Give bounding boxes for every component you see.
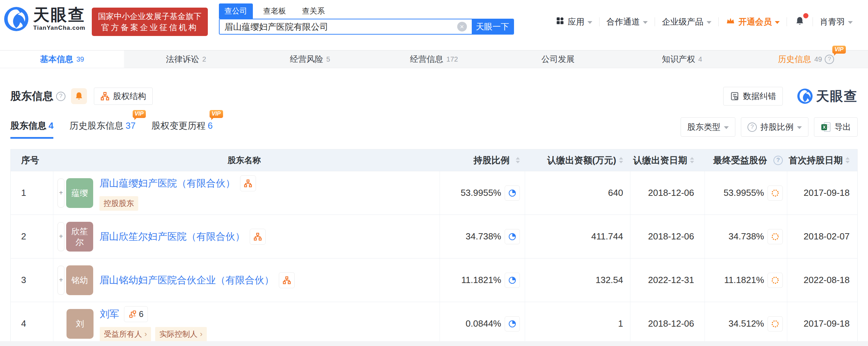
expand-button[interactable]: + bbox=[57, 266, 64, 295]
sort-icon[interactable] bbox=[690, 157, 694, 163]
subtab-equity-change-history[interactable]: 股权变更历程6VIP bbox=[151, 120, 212, 139]
search-tab-company[interactable]: 查公司 bbox=[219, 3, 253, 19]
header-capital-label: 认缴出资额(万元) bbox=[547, 154, 616, 166]
notification-bell-button[interactable] bbox=[787, 16, 813, 28]
subscribed-capital-cell: 640 bbox=[525, 171, 630, 215]
header-holding-ratio[interactable]: 持股比例 bbox=[440, 154, 525, 166]
shareholder-name-link[interactable]: 刘军 bbox=[100, 308, 119, 321]
grid-icon bbox=[556, 16, 565, 27]
shareholder-name-link[interactable]: 眉山蕴缨妇产医院（有限合伙） bbox=[99, 177, 235, 190]
org-chart-icon bbox=[283, 276, 291, 284]
subscribe-bell-button[interactable] bbox=[71, 88, 87, 104]
subtab-current-shareholders[interactable]: 股东信息4 bbox=[10, 120, 53, 139]
tab-business-info[interactable]: 经营信息 172 bbox=[372, 51, 496, 68]
menu-enterprise-label: 企业级产品 bbox=[662, 16, 703, 27]
clear-search-icon[interactable]: × bbox=[457, 22, 467, 31]
shareholder-subtabs: 股东信息4 历史股东信息37VIP 股权变更历程6VIP bbox=[10, 120, 213, 139]
help-icon[interactable]: ? bbox=[773, 156, 783, 165]
equity-structure-mini-button[interactable] bbox=[250, 229, 266, 245]
name-line: 刘军 6 bbox=[100, 306, 207, 322]
pie-chart-button[interactable] bbox=[505, 316, 520, 331]
tab-history-info[interactable]: 历史信息 49 ? VIP bbox=[744, 51, 868, 68]
menu-item-enterprise[interactable]: 企业级产品 bbox=[655, 16, 718, 27]
sort-icon[interactable] bbox=[516, 157, 520, 163]
menu-item-vip[interactable]: 开通会员 bbox=[719, 16, 787, 28]
tab-label: 历史信息 bbox=[778, 54, 811, 65]
benefit-share-cell: 11.1821% bbox=[705, 258, 787, 302]
menu-item-apps[interactable]: 应用 bbox=[549, 16, 599, 27]
tianyancha-logo-icon bbox=[4, 7, 28, 31]
equity-structure-mini-button[interactable] bbox=[279, 272, 295, 288]
actual-controller-tag[interactable]: 实际控制人 bbox=[155, 327, 206, 342]
shareholder-type-filter[interactable]: 股东类型 bbox=[681, 117, 735, 137]
subtab-history-shareholders[interactable]: 历史股东信息37VIP bbox=[69, 120, 135, 139]
shareholder-avatar: 欣笙尔 bbox=[66, 222, 93, 252]
export-button[interactable]: X 导出 bbox=[814, 117, 858, 137]
pie-chart-icon bbox=[508, 189, 517, 198]
beneficial-owner-tag[interactable]: 受益所有人 bbox=[100, 327, 151, 342]
tianyancha-logo[interactable]: 天眼查 TianYanCha.com bbox=[4, 6, 86, 31]
menu-item-user[interactable]: 肖青羽 bbox=[813, 16, 860, 27]
org-chart-icon bbox=[100, 92, 109, 101]
equity-structure-button[interactable]: 股权结构 bbox=[94, 88, 153, 105]
tab-legal-litigation[interactable]: 法律诉讼 2 bbox=[124, 51, 248, 68]
chevron-down-icon bbox=[643, 21, 648, 24]
benefit-path-button[interactable] bbox=[768, 316, 783, 331]
chevron-down-icon bbox=[797, 126, 802, 129]
equity-structure-mini-button[interactable] bbox=[240, 175, 256, 191]
document-info-icon bbox=[730, 91, 739, 101]
tianyancha-watermark: 天眼查 bbox=[797, 88, 858, 105]
name-block: 眉山欣笙尔妇产医院（有限合伙） bbox=[99, 229, 266, 245]
benefit-share-value: 34.738% bbox=[728, 231, 764, 242]
header-subscribed-capital[interactable]: 认缴出资额(万元) bbox=[525, 154, 630, 166]
chevron-down-icon bbox=[848, 21, 853, 24]
tab-operation-risk[interactable]: 经营风险 5 bbox=[248, 51, 372, 68]
chevron-down-icon bbox=[775, 21, 780, 24]
tab-basic-info[interactable]: 基本信息 39 bbox=[0, 51, 124, 68]
shareholder-name-link[interactable]: 眉山欣笙尔妇产医院（有限合伙） bbox=[99, 230, 245, 243]
header-ratio-label: 持股比例 bbox=[473, 154, 510, 166]
shareholder-tags: 受益所有人 实际控制人 bbox=[100, 327, 207, 342]
header-capital-date[interactable]: 认缴出资日期 bbox=[630, 154, 705, 166]
pie-chart-button[interactable] bbox=[505, 273, 520, 288]
benefit-share-value: 34.512% bbox=[728, 318, 764, 329]
help-icon[interactable]: ? bbox=[56, 92, 65, 101]
export-label: 导出 bbox=[834, 121, 851, 133]
data-correction-button[interactable]: 数据纠错 bbox=[723, 87, 783, 106]
tab-company-development[interactable]: 公司发展 bbox=[496, 51, 620, 68]
relationship-graph-button[interactable]: 6 bbox=[124, 306, 148, 322]
sort-icon[interactable] bbox=[619, 157, 623, 163]
search-button[interactable]: 天眼一下 bbox=[472, 19, 513, 34]
sort-icon[interactable] bbox=[845, 157, 850, 163]
search-tab-boss[interactable]: 查老板 bbox=[258, 3, 292, 19]
benefit-path-button[interactable] bbox=[768, 273, 783, 288]
expand-button[interactable]: + bbox=[57, 222, 64, 251]
help-icon[interactable]: ? bbox=[825, 55, 834, 64]
header-first-holding-date[interactable]: 首次持股日期 bbox=[787, 154, 857, 166]
pie-chart-button[interactable] bbox=[505, 185, 520, 201]
dotted-circle-icon bbox=[771, 276, 780, 285]
header-benefit-label: 最终受益股份 bbox=[713, 154, 767, 166]
tab-label: 法律诉讼 bbox=[166, 54, 199, 65]
pie-chart-button[interactable] bbox=[505, 229, 520, 244]
shareholder-subtabs-row: 股东信息4 历史股东信息37VIP 股权变更历程6VIP 股东类型 ? 持股比例… bbox=[0, 117, 868, 139]
subtab-label: 股东信息 bbox=[10, 120, 46, 131]
search-tab-relation[interactable]: 查关系 bbox=[296, 3, 330, 19]
search-area: 查公司 查老板 查关系 × 天眼一下 bbox=[219, 5, 514, 35]
holding-ratio-filter[interactable]: ? 持股比例 bbox=[741, 117, 808, 137]
benefit-path-button[interactable] bbox=[768, 185, 783, 201]
search-input[interactable] bbox=[220, 19, 457, 34]
search-tabs: 查公司 查老板 查关系 bbox=[219, 5, 514, 19]
username-label: 肖青羽 bbox=[820, 16, 845, 27]
subscribed-capital-cell: 411.744 bbox=[525, 215, 630, 258]
tab-intellectual-property[interactable]: 知识产权 4 bbox=[620, 51, 744, 68]
benefit-path-button[interactable] bbox=[768, 229, 783, 244]
menu-item-partners[interactable]: 合作通道 bbox=[600, 16, 655, 27]
header-capital-date-label: 认缴出资日期 bbox=[633, 154, 687, 166]
shareholder-table: 序号 股东名称 持股比例 认缴出资额(万元) 认缴出资日期 最终受益股份 ? bbox=[10, 149, 858, 346]
holding-ratio-cell: 53.9955% bbox=[440, 171, 525, 215]
expand-button[interactable]: + bbox=[57, 179, 64, 208]
table-row: 1 + 蕴缨 眉山蕴缨妇产医院（有限合伙） 控股股东 5 bbox=[11, 171, 857, 215]
dotted-circle-icon bbox=[771, 232, 780, 241]
shareholder-name-link[interactable]: 眉山铭幼妇产医院合伙企业（有限合伙） bbox=[99, 274, 274, 287]
